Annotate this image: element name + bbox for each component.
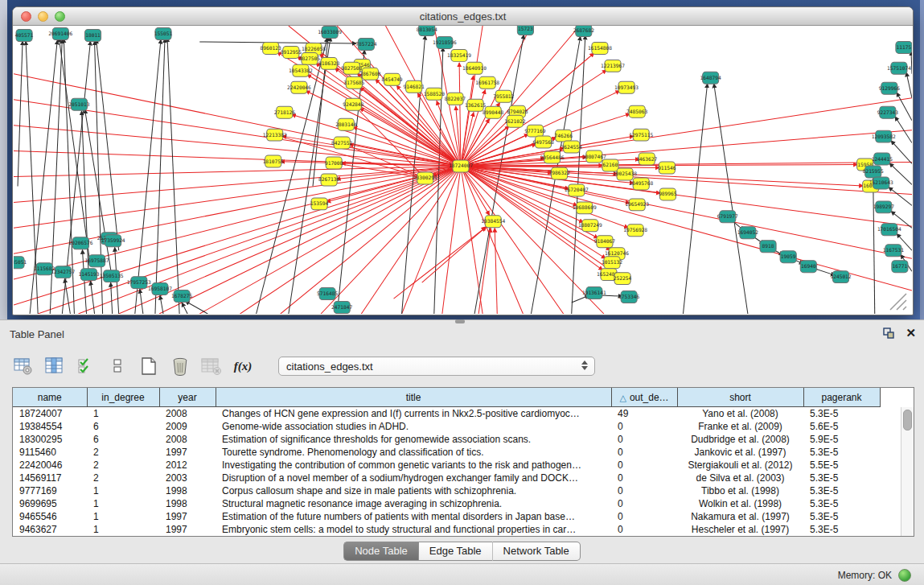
teal-node[interactable]: 1989297 — [873, 201, 894, 213]
yellow-node[interactable]: 16720407 — [565, 184, 589, 196]
column-header-out_de[interactable]: △out_de… — [611, 388, 677, 407]
teal-node[interactable]: 16940 — [800, 261, 816, 273]
yellow-node[interactable]: 16961758 — [475, 76, 499, 89]
yellow-node[interactable]: 3175685 — [343, 76, 364, 89]
teal-node[interactable]: 9129966 — [879, 82, 900, 94]
select-columns-button[interactable] — [44, 356, 65, 377]
yellow-node[interactable]: 6497568 — [532, 136, 553, 148]
teal-node[interactable]: 16033809 — [318, 26, 342, 38]
column-header-year[interactable]: year — [159, 388, 216, 407]
teal-node[interactable]: 16771 — [892, 261, 908, 273]
float-panel-icon[interactable] — [883, 328, 894, 339]
yellow-node[interactable]: 18325419 — [447, 49, 471, 61]
yellow-node[interactable]: 8822037 — [445, 93, 466, 105]
yellow-node[interactable]: 9184067 — [594, 236, 615, 248]
table-row[interactable]: 1830029562008Estimation of significance … — [13, 433, 880, 446]
row-height-button[interactable] — [107, 356, 128, 377]
yellow-node[interactable]: 8427552 — [331, 137, 352, 149]
yellow-node[interactable]: 8267130 — [318, 174, 339, 186]
yellow-node[interactable]: 20564486 — [540, 151, 565, 163]
yellow-node[interactable]: 18300295 — [413, 172, 437, 184]
table-row[interactable]: 977716911998Corpus callosum shape and si… — [13, 484, 880, 497]
table-row[interactable]: 2242004622012Investigating the contribut… — [13, 459, 880, 472]
teal-node[interactable]: 155051 — [154, 27, 173, 39]
yellow-node[interactable]: 8186328 — [318, 57, 339, 69]
yellow-node[interactable]: 1621022 — [504, 115, 525, 127]
yellow-node[interactable]: 9777169 — [524, 125, 545, 137]
column-header-title[interactable]: title — [216, 388, 611, 407]
teal-node[interactable]: 16958107 — [148, 283, 172, 295]
teal-node[interactable]: 405571 — [15, 29, 34, 41]
teal-node[interactable]: 12093582 — [872, 130, 896, 142]
teal-node[interactable]: 18011 — [84, 29, 101, 41]
delete-column-button[interactable] — [170, 356, 191, 377]
teal-node[interactable]: 19059 — [780, 251, 796, 263]
yellow-node[interactable]: 18640910 — [462, 62, 487, 74]
teal-node[interactable]: 15723 — [517, 26, 533, 35]
yellow-node[interactable]: 18495768 — [629, 178, 653, 190]
function-builder-button[interactable]: f(x) — [232, 356, 253, 377]
teal-node[interactable]: 6791977 — [717, 211, 738, 223]
teal-node[interactable]: 5716485 — [317, 288, 338, 300]
column-header-short[interactable]: short — [677, 388, 803, 407]
table-row[interactable]: 911546021997Tourette syndrome. Phenomeno… — [13, 446, 880, 459]
network-canvas[interactable]: 8960123891295518226058982750581863281754… — [14, 26, 912, 314]
teal-node[interactable]: 9227343 — [877, 106, 898, 118]
teal-node[interactable]: 1648794 — [700, 72, 721, 84]
delete-table-button[interactable] — [201, 356, 222, 377]
yellow-node[interactable]: 10688609 — [573, 202, 597, 214]
yellow-node[interactable]: 10543382 — [289, 64, 313, 76]
column-header-name[interactable]: name — [13, 388, 87, 407]
yellow-node[interactable]: 16154808 — [588, 42, 612, 54]
yellow-node[interactable]: 7485063 — [626, 105, 647, 117]
yellow-node[interactable]: 62160 — [602, 159, 618, 171]
yellow-node[interactable]: 9242848 — [343, 98, 363, 110]
selection-mode-button[interactable] — [76, 356, 97, 377]
yellow-node[interactable]: 2718126 — [274, 106, 295, 118]
yellow-node[interactable]: 911546 — [658, 162, 676, 174]
teal-node[interactable]: 8918 — [760, 241, 776, 253]
yellow-node[interactable]: 252254 — [614, 273, 632, 285]
window-titlebar[interactable]: citations_edges.txt — [13, 7, 913, 26]
yellow-node[interactable]: 1463627 — [636, 153, 657, 165]
column-header-in_degree[interactable]: in_degree — [87, 388, 159, 407]
yellow-node[interactable]: 2867608 — [359, 68, 380, 80]
yellow-node[interactable]: 12975115 — [629, 129, 653, 141]
yellow-node[interactable]: 1588520 — [424, 88, 445, 100]
teal-node[interactable]: 1678275 — [171, 290, 192, 303]
teal-node[interactable]: 1244415 — [872, 153, 893, 165]
teal-node[interactable]: 11175 — [896, 41, 912, 53]
table-row[interactable]: 1456911722003Disruption of a novel membe… — [13, 472, 880, 484]
teal-node[interactable]: 8215955 — [863, 166, 884, 178]
yellow-node[interactable]: 8454749 — [381, 73, 402, 85]
close-panel-icon[interactable]: ✕ — [906, 327, 916, 339]
column-header-pagerank[interactable]: pagerank — [803, 388, 880, 407]
teal-node[interactable]: 7857224 — [355, 38, 376, 50]
yellow-node[interactable]: 7955812 — [493, 90, 514, 102]
yellow-node[interactable]: 7986322 — [549, 167, 570, 179]
yellow-node[interactable]: 8960123 — [261, 42, 281, 54]
yellow-node[interactable]: 746266 — [554, 130, 573, 142]
network-graph[interactable]: 8960123891295518226058982750581863281754… — [14, 26, 912, 314]
scrollbar-thumb[interactable] — [903, 410, 912, 431]
yellow-node[interactable]: 153594 — [310, 198, 329, 210]
table-row[interactable]: 946362711997Embryonic stem cells: a mode… — [13, 523, 880, 536]
tab-network-table[interactable]: Network Table — [492, 542, 581, 561]
tab-node-table[interactable]: Node Table — [343, 542, 418, 561]
teal-node[interactable]: 20691406 — [48, 27, 72, 39]
teal-node[interactable]: 1753346 — [618, 291, 639, 303]
window-resize-grip[interactable] — [887, 290, 910, 311]
yellow-node[interactable]: 917008 — [325, 157, 343, 169]
teal-node[interactable]: 1145193 — [78, 269, 99, 281]
yellow-node[interactable]: 9146821 — [404, 80, 425, 93]
teal-node[interactable]: 2471847 — [331, 302, 352, 314]
yellow-node[interactable]: 2803144 — [335, 118, 356, 130]
table-row[interactable]: 969969511998Structural magnetic resonanc… — [13, 497, 880, 510]
table-settings-button[interactable] — [13, 356, 34, 377]
teal-node[interactable]: 2687682 — [573, 26, 594, 36]
teal-node[interactable]: 1167531 — [883, 245, 904, 257]
yellow-node[interactable]: 1810755 — [263, 155, 284, 167]
teal-node[interactable]: 1694052 — [737, 227, 758, 239]
teal-node[interactable]: 8813054 — [417, 26, 437, 35]
yellow-node[interactable]: 989965 — [659, 188, 677, 200]
